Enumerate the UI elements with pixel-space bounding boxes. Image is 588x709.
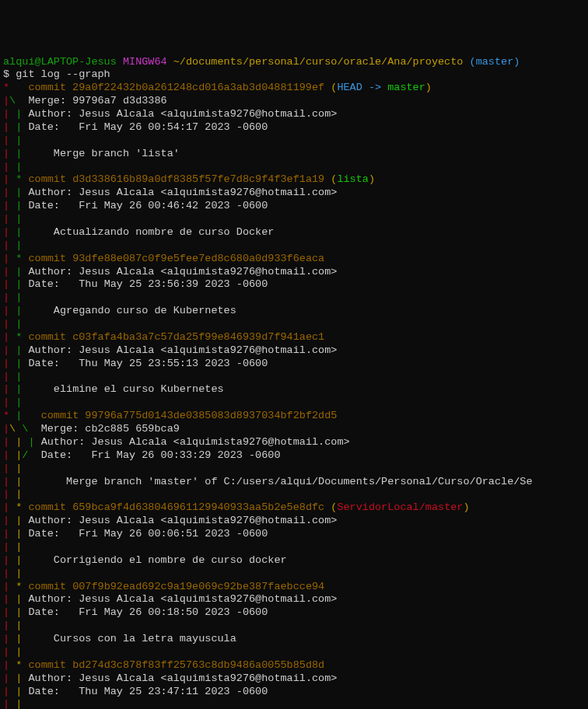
message-line: | | Cursos con la letra mayuscula — [3, 633, 585, 646]
blank-line: | | — [3, 396, 585, 410]
author-line: | | Author: Jesus Alcala <alquimista9276… — [3, 108, 585, 121]
date-line: | | Date: Thu May 25 23:55:13 2023 -0600 — [3, 358, 585, 371]
merge-line: |\ \ Merge: cb2c885 659bca9 — [3, 423, 585, 436]
blank-line: | | — [3, 620, 585, 633]
message-line: | | Actualizando nombre de curso Docker — [3, 226, 585, 239]
message-line: | | Agregando curso de Kubernetes — [3, 305, 585, 318]
prompt-line: alqui@LAPTOP-Jesus MINGW64 ~/documents/p… — [3, 56, 585, 69]
date-line: | | Date: Fri May 26 00:18:50 2023 -0600 — [3, 606, 585, 620]
blank-line: | | — [3, 134, 585, 148]
message-line: | | elimine el curso Kubernetes — [3, 383, 585, 396]
blank-line: | | — [3, 239, 585, 253]
commit-line: | * commit 659bca9f4d638046961129940933a… — [3, 501, 585, 515]
blank-line: | | — [3, 463, 585, 476]
blank-line: | | — [3, 318, 585, 331]
blank-line: | | — [3, 161, 585, 174]
author-line: | | Author: Jesus Alcala <alquimista9276… — [3, 266, 585, 279]
blank-line: | | — [3, 488, 585, 501]
blank-line: | | — [3, 568, 585, 581]
author-line: | | Author: Jesus Alcala <alquimista9276… — [3, 187, 585, 200]
terminal-output[interactable]: alqui@LAPTOP-Jesus MINGW64 ~/documents/p… — [3, 56, 585, 710]
author-line: | | Author: Jesus Alcala <alquimista9276… — [3, 515, 585, 528]
blank-line: | | — [3, 292, 585, 305]
date-line: | | Date: Thu May 25 23:56:39 2023 -0600 — [3, 278, 585, 292]
blank-line: | | — [3, 646, 585, 659]
date-line: | | Date: Thu May 25 23:47:11 2023 -0600 — [3, 686, 585, 699]
author-line: | | Author: Jesus Alcala <alquimista9276… — [3, 593, 585, 606]
merge-line: |\ Merge: 99796a7 d3d3386 — [3, 95, 585, 108]
author-line: | | Author: Jesus Alcala <alquimista9276… — [3, 344, 585, 358]
blank-line: | | — [3, 371, 585, 384]
author-line: | | | Author: Jesus Alcala <alquimista92… — [3, 436, 585, 449]
message-line: | | Merge branch 'lista' — [3, 148, 585, 161]
blank-line: | | — [3, 213, 585, 226]
message-line: | | Corrigiendo el nombre de curso docke… — [3, 554, 585, 568]
commit-line: | * commit bd274d3c878f83ff25763c8db9486… — [3, 659, 585, 672]
message-line: | | Merge branch 'master' of C:/users/al… — [3, 476, 585, 489]
blank-line: | | — [3, 541, 585, 554]
commit-line: | * commit 93dfe88e087c0f9e5fee7ed8c680a… — [3, 253, 585, 266]
author-line: | | Author: Jesus Alcala <alquimista9276… — [3, 672, 585, 686]
commit-line: * | commit 99796a775d0143de0385083d89370… — [3, 410, 585, 423]
blank-line: | | — [3, 698, 585, 709]
commit-line: | * commit 007f9b92ead692c9a19e069c92be3… — [3, 581, 585, 594]
commit-line: * commit 29a0f22432b0a261248cd016a3ab3d0… — [3, 82, 585, 95]
commit-line: | * commit d3d338616b89a0df8385f57fe7d8c… — [3, 173, 585, 187]
date-line: | | Date: Fri May 26 00:46:42 2023 -0600 — [3, 200, 585, 213]
command-line: $ git log --graph — [3, 68, 585, 82]
commit-line: | * commit c03fafa4ba3a7c57da25f99e84693… — [3, 331, 585, 344]
date-line: | | Date: Fri May 26 00:06:51 2023 -0600 — [3, 528, 585, 541]
date-line: | | Date: Fri May 26 00:54:17 2023 -0600 — [3, 121, 585, 134]
date-line: | |/ Date: Fri May 26 00:33:29 2023 -060… — [3, 449, 585, 463]
